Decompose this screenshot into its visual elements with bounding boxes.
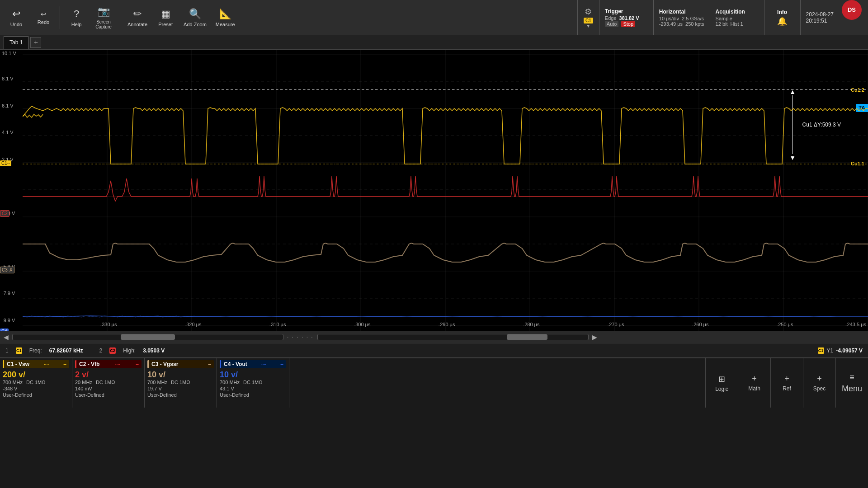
ch3-offset: 19.7 V <box>147 386 162 391</box>
scroll-track-left[interactable] <box>12 334 283 340</box>
ch1-strip[interactable]: C1 - Vsw ···· – 200 v/ 700 MHz DC 1MΩ -3… <box>0 358 72 408</box>
logic-icon: ⊞ <box>718 374 725 384</box>
horizontal-offset: -293.49 μs <box>659 21 683 27</box>
x-label-280: -280 μs <box>523 322 540 327</box>
ch2-coupling: DC 1MΩ <box>96 380 115 385</box>
trigger-panel[interactable]: Trigger Edge 381.82 V Auto Stop <box>599 0 653 35</box>
ch1-vdiv: 200 v/ <box>3 370 25 380</box>
measure-icon: 📐 <box>219 8 231 20</box>
ch1-freq: 700 MHz <box>3 380 23 385</box>
ch2-extra: User-Defined <box>75 392 104 398</box>
info-date: 2024-08-27 <box>806 11 834 18</box>
y-label-8v: 8.1 V <box>2 76 14 81</box>
x-label-250: -250 μs <box>777 322 793 327</box>
ch1-extra: User-Defined <box>3 392 32 398</box>
scope-area[interactable]: 10.1 V 8.1 V 6.1 V 4.1 V 2.1 V -1.9 V -5… <box>0 50 868 331</box>
add-tab-button[interactable]: + <box>30 37 41 48</box>
ch3-freq: 700 MHz <box>147 380 167 385</box>
trigger-auto: Auto <box>605 21 619 27</box>
acquisition-panel[interactable]: Acquisition Sample 12 bit Hist 1 <box>710 0 764 35</box>
ch4-marker[interactable]: C4 <box>0 328 9 331</box>
ch1-dots: ···· <box>44 362 49 367</box>
help-icon: ? <box>74 8 79 20</box>
scroll-left-arrow[interactable]: ◀ <box>4 333 9 341</box>
horizontal-memory: 250 kpts <box>685 21 704 27</box>
ch4-coupling: DC 1MΩ <box>243 380 262 385</box>
screen-capture-button[interactable]: 📷 ScreenCapture <box>91 2 116 33</box>
undo-button[interactable]: ↩ Undo <box>4 2 29 33</box>
ch1-marker[interactable]: C1-- <box>0 160 11 166</box>
horizontal-panel[interactable]: Horizontal 10 μs/div 2.5 GSa/s -293.49 μ… <box>653 0 710 35</box>
brand-logo[interactable]: DS <box>842 0 862 20</box>
math-button[interactable]: + Math <box>738 358 770 408</box>
meas-high-value: 3.0503 V <box>143 347 165 354</box>
y-label-4v: 4.1 V <box>2 130 14 135</box>
scroll-track-right[interactable] <box>317 334 589 340</box>
tab-1[interactable]: Tab 1 <box>4 36 28 49</box>
acquisition-title: Acquisition <box>716 9 759 15</box>
ch1-offset: -348 V <box>3 386 17 391</box>
toolbar-separator-1 <box>60 6 60 29</box>
scroll-dots: · · · · · · <box>287 334 314 340</box>
ch4-strip[interactable]: C4 - Vout ···· – 10 v/ 700 MHz DC 1MΩ 43… <box>217 358 289 408</box>
ch2-marker[interactable]: C2 <box>0 210 9 217</box>
x-label-310: -310 μs <box>269 322 286 327</box>
y1-ch-badge: C1 <box>818 347 824 354</box>
x-label-270: -270 μs <box>608 322 624 327</box>
ch3-marker[interactable]: C3 ✗ <box>0 267 14 273</box>
spec-button[interactable]: + Spec <box>803 358 835 408</box>
measurement-bar: 1 C1 Freq: 67.82607 kHz 2 C2 High: 3.050… <box>0 343 868 358</box>
y-label-10v: 10.1 V <box>2 51 16 56</box>
ch4-freq: 700 MHz <box>220 380 240 385</box>
add-zoom-button[interactable]: 🔍 Add Zoom <box>180 2 210 33</box>
ref-button[interactable]: + Ref <box>770 358 803 408</box>
x-label-260: -260 μs <box>692 322 709 327</box>
ch3-extra: User-Defined <box>147 392 177 398</box>
ch4-vdiv: 10 v/ <box>220 370 238 380</box>
gear-icon: ⚙ <box>585 7 592 17</box>
ch4-offset: 43.1 V <box>220 386 234 391</box>
ch3-strip[interactable]: C3 - Vgssr – 10 v/ 700 MHz DC 1MΩ 19.7 V… <box>145 358 217 408</box>
ch2-dots: ···· <box>115 362 120 367</box>
meas-ch1-badge: C1 <box>16 347 22 354</box>
info-panel[interactable]: Info 🔔 <box>764 0 800 35</box>
meas-freq-label: Freq: <box>29 347 42 354</box>
horizontal-title: Horizontal <box>659 9 704 15</box>
trigger-mode: Edge <box>605 15 617 21</box>
bell-icon: 🔔 <box>777 16 787 26</box>
redo-button[interactable]: ↩ Redo <box>31 2 56 33</box>
top-right-panels: ⚙ C1 ▼ Trigger Edge 381.82 V Auto Stop H… <box>577 0 864 35</box>
math-icon: + <box>752 374 757 384</box>
toolbar-separator-2 <box>120 6 120 29</box>
x-label-320: -320 μs <box>185 322 202 327</box>
ch2-name: C2 - Vfb <box>79 361 99 367</box>
trigger-title: Trigger <box>605 8 648 14</box>
info-title: Info <box>777 9 787 15</box>
tab-bar: Tab 1 + <box>0 35 868 50</box>
info-time: 20:19:51 <box>806 18 834 24</box>
ch4-name: C4 - Vout <box>224 361 247 367</box>
zoom-icon: 🔍 <box>189 8 201 20</box>
logic-button[interactable]: ⊞ Logic <box>705 358 738 408</box>
undo-icon: ↩ <box>12 8 20 20</box>
measure-button[interactable]: 📐 Measure <box>212 2 239 33</box>
help-button[interactable]: ? Help <box>64 2 89 33</box>
ch2-strip[interactable]: C2 - Vfb ···· – 2 v/ 20 MHz DC 1MΩ 140 m… <box>72 358 145 408</box>
ch4-dots: ···· <box>261 362 266 367</box>
channel-settings[interactable]: ⚙ C1 ▼ <box>577 0 599 35</box>
channel-strips: C1 - Vsw ···· – 200 v/ 700 MHz DC 1MΩ -3… <box>0 358 868 408</box>
horizontal-time-div: 10 μs/div <box>659 16 679 21</box>
preset-button[interactable]: ▦ Preset <box>153 2 178 33</box>
menu-icon: ≡ <box>849 373 854 382</box>
menu-button[interactable]: ≡ Menu <box>835 358 868 408</box>
acquisition-bits: 12 bit <box>716 21 728 27</box>
trigger-stop: Stop <box>621 21 635 27</box>
ch3-vdiv: 10 v/ <box>147 370 165 380</box>
y1-label: Y1 <box>827 347 834 354</box>
meas-high-label: High: <box>123 347 136 354</box>
annotate-button[interactable]: ✏ Annotate <box>124 2 151 33</box>
scroll-right-arrow[interactable]: ▶ <box>592 333 597 341</box>
trigger-value: 381.82 V <box>619 15 639 21</box>
horizontal-sample-rate: 2.5 GSa/s <box>682 16 704 21</box>
waveform-display <box>23 50 868 331</box>
